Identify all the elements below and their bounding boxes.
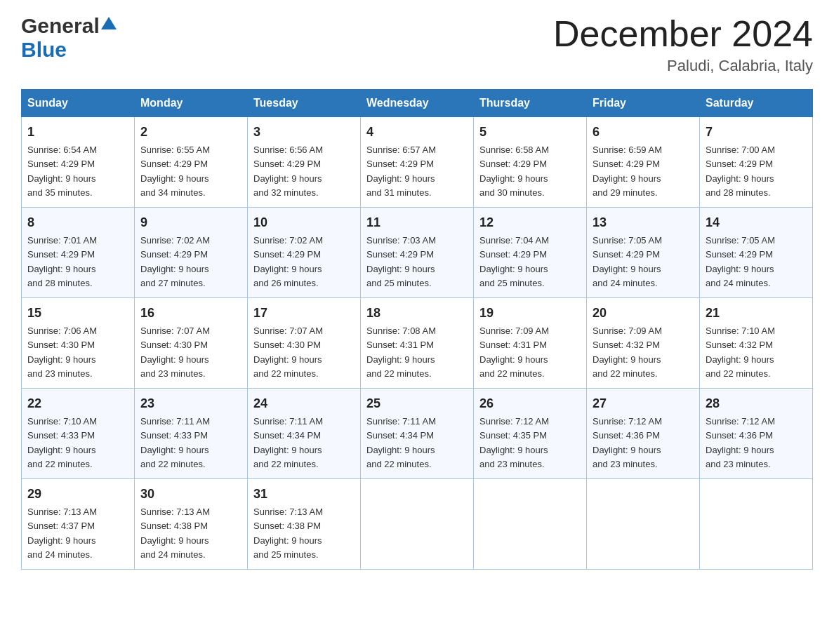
day-number: 4 [366, 123, 468, 142]
calendar-cell: 20 Sunrise: 7:09 AMSunset: 4:32 PMDaylig… [587, 298, 700, 389]
day-info: Sunrise: 6:57 AMSunset: 4:29 PMDaylight:… [366, 145, 436, 198]
day-number: 24 [253, 394, 355, 413]
day-number: 22 [27, 394, 128, 413]
day-info: Sunrise: 7:13 AMSunset: 4:38 PMDaylight:… [140, 507, 210, 560]
calendar-cell: 25 Sunrise: 7:11 AMSunset: 4:34 PMDaylig… [361, 389, 474, 479]
day-info: Sunrise: 7:12 AMSunset: 4:35 PMDaylight:… [479, 416, 549, 469]
day-info: Sunrise: 6:59 AMSunset: 4:29 PMDaylight:… [593, 145, 662, 198]
day-number: 25 [366, 394, 468, 413]
day-number: 30 [140, 485, 241, 504]
day-number: 12 [479, 213, 581, 232]
calendar-cell: 4 Sunrise: 6:57 AMSunset: 4:29 PMDayligh… [361, 117, 474, 208]
day-number: 15 [27, 304, 128, 323]
calendar-cell: 3 Sunrise: 6:56 AMSunset: 4:29 PMDayligh… [248, 117, 361, 208]
calendar-cell: 16 Sunrise: 7:07 AMSunset: 4:30 PMDaylig… [135, 298, 248, 389]
calendar-cell [361, 479, 474, 570]
day-info: Sunrise: 7:00 AMSunset: 4:29 PMDaylight:… [706, 145, 775, 198]
day-number: 23 [140, 394, 241, 413]
day-number: 10 [253, 213, 355, 232]
week-row-5: 29 Sunrise: 7:13 AMSunset: 4:37 PMDaylig… [22, 479, 813, 570]
day-number: 13 [593, 213, 694, 232]
day-number: 16 [140, 304, 241, 323]
logo-triangle-icon [101, 17, 117, 32]
calendar-cell: 7 Sunrise: 7:00 AMSunset: 4:29 PMDayligh… [700, 117, 813, 208]
calendar-cell: 30 Sunrise: 7:13 AMSunset: 4:38 PMDaylig… [135, 479, 248, 570]
day-info: Sunrise: 7:07 AMSunset: 4:30 PMDaylight:… [253, 326, 323, 379]
col-sunday: Sunday [22, 90, 135, 117]
calendar-cell: 19 Sunrise: 7:09 AMSunset: 4:31 PMDaylig… [474, 298, 587, 389]
calendar-cell: 9 Sunrise: 7:02 AMSunset: 4:29 PMDayligh… [135, 208, 248, 298]
calendar-cell: 6 Sunrise: 6:59 AMSunset: 4:29 PMDayligh… [587, 117, 700, 208]
header-row: Sunday Monday Tuesday Wednesday Thursday… [22, 90, 813, 117]
day-number: 28 [706, 394, 807, 413]
week-row-4: 22 Sunrise: 7:10 AMSunset: 4:33 PMDaylig… [22, 389, 813, 479]
calendar-cell: 12 Sunrise: 7:04 AMSunset: 4:29 PMDaylig… [474, 208, 587, 298]
calendar-cell: 15 Sunrise: 7:06 AMSunset: 4:30 PMDaylig… [22, 298, 135, 389]
day-info: Sunrise: 7:01 AMSunset: 4:29 PMDaylight:… [27, 235, 97, 288]
day-info: Sunrise: 7:11 AMSunset: 4:34 PMDaylight:… [253, 416, 323, 469]
page-header: General Blue December 2024 Paludi, Calab… [21, 14, 813, 75]
day-number: 3 [253, 123, 355, 142]
calendar-cell: 23 Sunrise: 7:11 AMSunset: 4:33 PMDaylig… [135, 389, 248, 479]
day-number: 11 [366, 213, 468, 232]
week-row-1: 1 Sunrise: 6:54 AMSunset: 4:29 PMDayligh… [22, 117, 813, 208]
day-number: 14 [706, 213, 807, 232]
svg-marker-0 [101, 17, 117, 29]
calendar-cell: 27 Sunrise: 7:12 AMSunset: 4:36 PMDaylig… [587, 389, 700, 479]
calendar-cell: 24 Sunrise: 7:11 AMSunset: 4:34 PMDaylig… [248, 389, 361, 479]
title-block: December 2024 Paludi, Calabria, Italy [553, 14, 813, 75]
day-info: Sunrise: 7:08 AMSunset: 4:31 PMDaylight:… [366, 326, 436, 379]
day-number: 17 [253, 304, 355, 323]
day-info: Sunrise: 7:12 AMSunset: 4:36 PMDaylight:… [593, 416, 662, 469]
day-number: 7 [706, 123, 807, 142]
calendar-cell: 11 Sunrise: 7:03 AMSunset: 4:29 PMDaylig… [361, 208, 474, 298]
calendar-cell: 22 Sunrise: 7:10 AMSunset: 4:33 PMDaylig… [22, 389, 135, 479]
day-number: 18 [366, 304, 468, 323]
day-number: 8 [27, 213, 128, 232]
day-number: 26 [479, 394, 581, 413]
calendar-table: Sunday Monday Tuesday Wednesday Thursday… [21, 89, 813, 570]
calendar-cell: 14 Sunrise: 7:05 AMSunset: 4:29 PMDaylig… [700, 208, 813, 298]
day-info: Sunrise: 7:11 AMSunset: 4:33 PMDaylight:… [140, 416, 210, 469]
day-number: 6 [593, 123, 694, 142]
day-number: 31 [253, 485, 355, 504]
calendar-body: 1 Sunrise: 6:54 AMSunset: 4:29 PMDayligh… [22, 117, 813, 570]
day-info: Sunrise: 7:11 AMSunset: 4:34 PMDaylight:… [366, 416, 436, 469]
col-friday: Friday [587, 90, 700, 117]
day-info: Sunrise: 7:10 AMSunset: 4:33 PMDaylight:… [27, 416, 97, 469]
calendar-cell: 18 Sunrise: 7:08 AMSunset: 4:31 PMDaylig… [361, 298, 474, 389]
calendar-cell: 13 Sunrise: 7:05 AMSunset: 4:29 PMDaylig… [587, 208, 700, 298]
calendar-cell: 1 Sunrise: 6:54 AMSunset: 4:29 PMDayligh… [22, 117, 135, 208]
calendar-header: Sunday Monday Tuesday Wednesday Thursday… [22, 90, 813, 117]
day-info: Sunrise: 7:04 AMSunset: 4:29 PMDaylight:… [479, 235, 549, 288]
calendar-cell: 5 Sunrise: 6:58 AMSunset: 4:29 PMDayligh… [474, 117, 587, 208]
day-info: Sunrise: 6:58 AMSunset: 4:29 PMDaylight:… [479, 145, 549, 198]
day-info: Sunrise: 7:12 AMSunset: 4:36 PMDaylight:… [706, 416, 775, 469]
col-wednesday: Wednesday [361, 90, 474, 117]
day-info: Sunrise: 7:09 AMSunset: 4:31 PMDaylight:… [479, 326, 549, 379]
calendar-cell: 28 Sunrise: 7:12 AMSunset: 4:36 PMDaylig… [700, 389, 813, 479]
day-info: Sunrise: 6:56 AMSunset: 4:29 PMDaylight:… [253, 145, 323, 198]
week-row-2: 8 Sunrise: 7:01 AMSunset: 4:29 PMDayligh… [22, 208, 813, 298]
calendar-cell: 29 Sunrise: 7:13 AMSunset: 4:37 PMDaylig… [22, 479, 135, 570]
calendar-cell: 2 Sunrise: 6:55 AMSunset: 4:29 PMDayligh… [135, 117, 248, 208]
calendar-cell [587, 479, 700, 570]
week-row-3: 15 Sunrise: 7:06 AMSunset: 4:30 PMDaylig… [22, 298, 813, 389]
day-number: 29 [27, 485, 128, 504]
col-thursday: Thursday [474, 90, 587, 117]
calendar-cell [474, 479, 587, 570]
calendar-cell: 31 Sunrise: 7:13 AMSunset: 4:38 PMDaylig… [248, 479, 361, 570]
day-number: 2 [140, 123, 241, 142]
day-info: Sunrise: 7:07 AMSunset: 4:30 PMDaylight:… [140, 326, 210, 379]
day-number: 1 [27, 123, 128, 142]
calendar-cell: 21 Sunrise: 7:10 AMSunset: 4:32 PMDaylig… [700, 298, 813, 389]
calendar-cell: 17 Sunrise: 7:07 AMSunset: 4:30 PMDaylig… [248, 298, 361, 389]
day-number: 5 [479, 123, 581, 142]
col-tuesday: Tuesday [248, 90, 361, 117]
day-info: Sunrise: 7:06 AMSunset: 4:30 PMDaylight:… [27, 326, 97, 379]
day-number: 27 [593, 394, 694, 413]
logo: General Blue [21, 14, 118, 62]
calendar-cell: 10 Sunrise: 7:02 AMSunset: 4:29 PMDaylig… [248, 208, 361, 298]
day-number: 9 [140, 213, 241, 232]
page-subtitle: Paludi, Calabria, Italy [553, 57, 813, 75]
